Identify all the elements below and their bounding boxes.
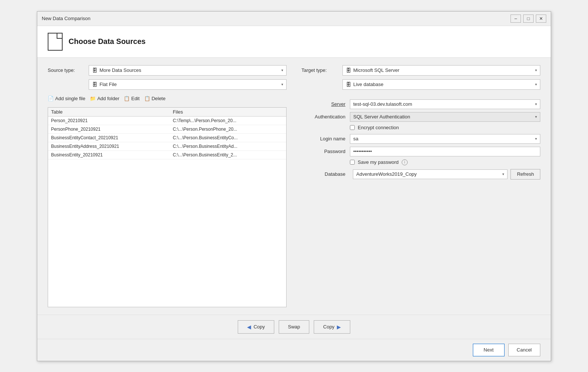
bottom-bar: ◀ Copy Swap Copy ▶: [37, 315, 551, 339]
table-cell-name: PersonPhone_20210921: [48, 125, 170, 133]
source-type-label: Source type:: [48, 67, 85, 73]
table-cell-files: C:\...\Person.BusinessEntityCo...: [170, 133, 286, 142]
add-folder-label: Add folder: [97, 96, 119, 101]
target-type-row: Target type: 🗄 Microsoft SQL Server ▾: [301, 65, 540, 76]
table-row[interactable]: Person_20210921C:\Temp\...\Person.Person…: [48, 116, 286, 125]
auth-select[interactable]: SQL Server Authentication ▾: [350, 112, 540, 122]
right-panel: Target type: 🗄 Microsoft SQL Server ▾ 🗄 …: [301, 65, 540, 307]
password-label: Password: [301, 149, 350, 154]
target-type-value: Microsoft SQL Server: [353, 67, 534, 73]
col-table-header: Table: [48, 108, 170, 117]
database-select[interactable]: AdventureWorks2019_Copy ▾: [353, 169, 508, 179]
encrypt-checkbox[interactable]: [350, 125, 355, 130]
swap-button[interactable]: Swap: [279, 320, 310, 334]
table-cell-name: BusinessEntityContact_20210921: [48, 133, 170, 142]
table-cell-name: Person_20210921: [48, 116, 170, 125]
table-cell-files: C:\Temp\...\Person.Person_20...: [170, 116, 286, 125]
table-row[interactable]: BusinessEntity_20210921C:\...\Person.Bus…: [48, 150, 286, 159]
auth-chevron-icon: ▾: [535, 115, 537, 119]
auth-row: Authentication SQL Server Authentication…: [301, 112, 540, 122]
add-single-file-label: Add single file: [55, 96, 85, 101]
main-window: New Data Comparison – □ ✕ Choose Data So…: [37, 11, 551, 361]
target-subtype-chevron-icon: ▾: [535, 82, 537, 86]
table-cell-files: C:\...\Person.BusinessEntity_2...: [170, 150, 286, 159]
maximize-button[interactable]: □: [523, 15, 534, 23]
edit-label: Edit: [131, 96, 139, 101]
server-chevron-icon: ▾: [535, 102, 537, 106]
target-type-db-icon: 🗄: [346, 67, 351, 73]
delete-button[interactable]: 📋 Delete: [144, 95, 166, 102]
refresh-button[interactable]: Refresh: [510, 169, 540, 179]
edit-icon: 📋: [124, 96, 130, 101]
table-cell-name: BusinessEntityAddress_20210921: [48, 142, 170, 150]
add-folder-button[interactable]: 📁 Add folder: [90, 95, 119, 102]
target-type-chevron-icon: ▾: [535, 68, 537, 72]
database-value: AdventureWorks2019_Copy: [356, 171, 501, 177]
login-select[interactable]: sa ▾: [350, 134, 540, 144]
auth-label: Authentication: [301, 114, 350, 120]
target-subtype-select[interactable]: 🗄 Live database ▾: [342, 79, 540, 90]
auth-value: SQL Server Authentication: [353, 114, 534, 120]
close-button[interactable]: ✕: [536, 15, 546, 23]
table-row[interactable]: BusinessEntityContact_20210921C:\...\Per…: [48, 133, 286, 142]
save-password-checkbox[interactable]: [350, 160, 355, 165]
source-subtype-db-icon: 🗄: [92, 82, 97, 88]
password-field[interactable]: [350, 147, 540, 156]
table-cell-name: BusinessEntity_20210921: [48, 150, 170, 159]
target-subtype-db-icon: 🗄: [346, 82, 351, 88]
save-password-row: Save my password i: [350, 159, 540, 165]
main-content: Source type: 🗄 More Data Sources ▾ 🗄 Fla…: [37, 58, 551, 315]
copy-right-button[interactable]: Copy ▶: [314, 320, 350, 334]
password-row: Password: [301, 147, 540, 156]
source-subtype-chevron-icon: ▾: [281, 82, 283, 86]
source-type-db-icon: 🗄: [92, 67, 97, 73]
server-row: Server test-sql-03.dev.tulasoft.com ▾: [301, 99, 540, 109]
database-row: Database AdventureWorks2019_Copy ▾ Refre…: [301, 169, 540, 179]
source-subtype-row: 🗄 Flat File ▾: [48, 79, 287, 90]
left-panel: Source type: 🗄 More Data Sources ▾ 🗄 Fla…: [48, 65, 287, 307]
two-columns: Source type: 🗄 More Data Sources ▾ 🗄 Fla…: [48, 65, 540, 307]
file-table: Table Files Person_20210921C:\Temp\...\P…: [48, 107, 287, 307]
swap-label: Swap: [288, 324, 300, 330]
title-controls: – □ ✕: [510, 15, 546, 23]
server-label: Server: [301, 101, 350, 107]
delete-label: Delete: [152, 96, 166, 101]
table-cell-files: C:\...\Person.PersonPhone_20...: [170, 125, 286, 133]
source-subtype-select[interactable]: 🗄 Flat File ▾: [89, 79, 287, 90]
source-type-value: More Data Sources: [99, 67, 280, 73]
target-subtype-value: Live database: [353, 82, 534, 87]
next-button[interactable]: Next: [473, 344, 505, 356]
header-section: Choose Data Sources: [37, 26, 551, 58]
file-toolbar: 📄 Add single file 📁 Add folder 📋 Edit 📋 …: [48, 93, 287, 104]
add-file-icon: 📄: [48, 96, 54, 101]
login-chevron-icon: ▾: [535, 137, 537, 141]
col-files-header: Files: [170, 108, 286, 117]
source-type-select[interactable]: 🗄 More Data Sources ▾: [89, 65, 287, 76]
edit-button[interactable]: 📋 Edit: [124, 95, 139, 102]
title-bar: New Data Comparison – □ ✕: [37, 12, 551, 26]
copy-left-button[interactable]: ◀ Copy: [238, 320, 274, 334]
info-icon[interactable]: i: [402, 159, 408, 165]
login-row: Login name sa ▾: [301, 134, 540, 144]
encrypt-label: Encrypt connection: [358, 125, 399, 130]
table-row[interactable]: BusinessEntityAddress_20210921C:\...\Per…: [48, 142, 286, 150]
add-folder-icon: 📁: [90, 96, 96, 101]
database-chevron-icon: ▾: [502, 172, 504, 176]
database-label: Database: [301, 171, 350, 177]
arrow-left-icon: ◀: [247, 324, 251, 330]
source-subtype-value: Flat File: [99, 82, 280, 87]
target-subtype-row: 🗄 Live database ▾: [301, 79, 540, 90]
table-row[interactable]: PersonPhone_20210921C:\...\Person.Person…: [48, 125, 286, 133]
footer-bar: Next Cancel: [37, 339, 551, 361]
encrypt-row: Encrypt connection: [350, 125, 540, 130]
cancel-button[interactable]: Cancel: [508, 344, 540, 356]
target-type-label: Target type:: [301, 67, 339, 73]
minimize-button[interactable]: –: [510, 15, 521, 23]
add-single-file-button[interactable]: 📄 Add single file: [48, 95, 85, 102]
target-type-select[interactable]: 🗄 Microsoft SQL Server ▾: [342, 65, 540, 76]
delete-icon: 📋: [144, 96, 150, 101]
window-title: New Data Comparison: [42, 16, 91, 21]
source-type-row: Source type: 🗄 More Data Sources ▾: [48, 65, 287, 76]
source-type-chevron-icon: ▾: [281, 68, 283, 72]
server-select[interactable]: test-sql-03.dev.tulasoft.com ▾: [350, 99, 540, 109]
